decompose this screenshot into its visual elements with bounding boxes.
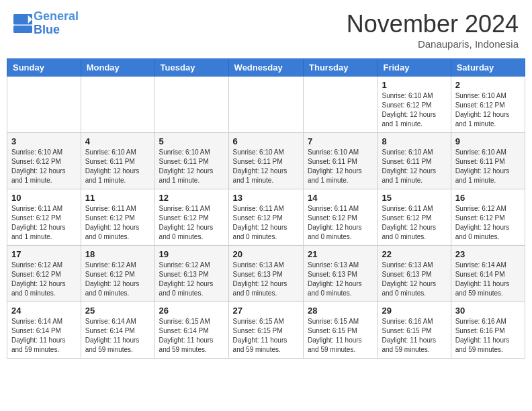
day-number: 24 [11, 306, 77, 316]
calendar-cell [7, 77, 81, 133]
calendar-header: SundayMondayTuesdayWednesdayThursdayFrid… [7, 59, 525, 77]
calendar-cell: 14Sunrise: 6:11 AM Sunset: 6:12 PM Dayli… [304, 189, 378, 246]
day-info: Sunrise: 6:12 AM Sunset: 6:12 PM Dayligh… [11, 261, 77, 298]
calendar-cell: 2Sunrise: 6:10 AM Sunset: 6:12 PM Daylig… [451, 77, 525, 133]
day-number: 6 [233, 136, 299, 146]
calendar-cell: 8Sunrise: 6:10 AM Sunset: 6:11 PM Daylig… [378, 133, 451, 189]
calendar-week-row: 17Sunrise: 6:12 AM Sunset: 6:12 PM Dayli… [7, 246, 525, 302]
calendar-cell: 12Sunrise: 6:11 AM Sunset: 6:12 PM Dayli… [154, 189, 228, 246]
month-year: November 2024 [347, 10, 519, 38]
calendar-cell: 6Sunrise: 6:10 AM Sunset: 6:11 PM Daylig… [228, 133, 303, 189]
calendar-cell: 3Sunrise: 6:10 AM Sunset: 6:12 PM Daylig… [7, 133, 81, 189]
day-number: 4 [85, 136, 150, 146]
day-number: 28 [308, 306, 373, 316]
calendar-cell: 22Sunrise: 6:13 AM Sunset: 6:13 PM Dayli… [378, 246, 451, 302]
calendar-cell: 23Sunrise: 6:14 AM Sunset: 6:14 PM Dayli… [451, 246, 525, 302]
day-info: Sunrise: 6:10 AM Sunset: 6:12 PM Dayligh… [382, 91, 446, 129]
day-info: Sunrise: 6:10 AM Sunset: 6:12 PM Dayligh… [11, 148, 77, 185]
day-info: Sunrise: 6:14 AM Sunset: 6:14 PM Dayligh… [455, 261, 521, 298]
title-area: November 2024 Danauparis, Indonesia [347, 10, 519, 50]
day-info: Sunrise: 6:11 AM Sunset: 6:12 PM Dayligh… [382, 204, 446, 242]
day-number: 11 [85, 193, 150, 203]
day-info: Sunrise: 6:14 AM Sunset: 6:14 PM Dayligh… [85, 317, 150, 355]
day-number: 23 [455, 249, 521, 259]
calendar-cell: 24Sunrise: 6:14 AM Sunset: 6:14 PM Dayli… [7, 302, 81, 359]
day-number: 10 [11, 193, 77, 203]
calendar-cell: 29Sunrise: 6:16 AM Sunset: 6:15 PM Dayli… [378, 302, 451, 359]
calendar-cell: 1Sunrise: 6:10 AM Sunset: 6:12 PM Daylig… [378, 77, 451, 133]
day-number: 29 [382, 306, 446, 316]
header-day: Sunday [7, 59, 81, 77]
day-info: Sunrise: 6:16 AM Sunset: 6:16 PM Dayligh… [455, 317, 521, 355]
calendar-cell: 19Sunrise: 6:12 AM Sunset: 6:13 PM Dayli… [154, 246, 228, 302]
calendar-cell: 28Sunrise: 6:15 AM Sunset: 6:15 PM Dayli… [304, 302, 378, 359]
day-number: 21 [308, 249, 373, 259]
day-info: Sunrise: 6:15 AM Sunset: 6:15 PM Dayligh… [308, 317, 373, 355]
logo: General Blue [13, 10, 79, 37]
day-info: Sunrise: 6:10 AM Sunset: 6:12 PM Dayligh… [455, 91, 521, 129]
calendar-cell [228, 77, 303, 133]
day-info: Sunrise: 6:15 AM Sunset: 6:15 PM Dayligh… [233, 317, 299, 355]
day-info: Sunrise: 6:10 AM Sunset: 6:11 PM Dayligh… [85, 148, 150, 185]
calendar-cell: 27Sunrise: 6:15 AM Sunset: 6:15 PM Dayli… [228, 302, 303, 359]
calendar-cell: 13Sunrise: 6:11 AM Sunset: 6:12 PM Dayli… [228, 189, 303, 246]
svg-rect-1 [13, 26, 32, 33]
calendar-cell [304, 77, 378, 133]
day-info: Sunrise: 6:12 AM Sunset: 6:12 PM Dayligh… [455, 204, 521, 242]
day-number: 14 [308, 193, 373, 203]
day-number: 3 [11, 136, 77, 146]
location: Danauparis, Indonesia [347, 38, 519, 50]
day-info: Sunrise: 6:16 AM Sunset: 6:15 PM Dayligh… [382, 317, 446, 355]
day-number: 7 [308, 136, 373, 146]
day-info: Sunrise: 6:14 AM Sunset: 6:14 PM Dayligh… [11, 317, 77, 355]
day-number: 2 [455, 80, 521, 90]
calendar-cell: 9Sunrise: 6:10 AM Sunset: 6:11 PM Daylig… [451, 133, 525, 189]
day-info: Sunrise: 6:11 AM Sunset: 6:12 PM Dayligh… [233, 204, 299, 242]
day-number: 13 [233, 193, 299, 203]
day-number: 16 [455, 193, 521, 203]
day-info: Sunrise: 6:10 AM Sunset: 6:11 PM Dayligh… [233, 148, 299, 185]
calendar-cell: 25Sunrise: 6:14 AM Sunset: 6:14 PM Dayli… [81, 302, 154, 359]
day-info: Sunrise: 6:13 AM Sunset: 6:13 PM Dayligh… [233, 261, 299, 298]
day-number: 22 [382, 249, 446, 259]
calendar-week-row: 10Sunrise: 6:11 AM Sunset: 6:12 PM Dayli… [7, 189, 525, 246]
calendar-week-row: 1Sunrise: 6:10 AM Sunset: 6:12 PM Daylig… [7, 77, 525, 133]
calendar-cell: 20Sunrise: 6:13 AM Sunset: 6:13 PM Dayli… [228, 246, 303, 302]
day-number: 30 [455, 306, 521, 316]
calendar-cell: 16Sunrise: 6:12 AM Sunset: 6:12 PM Dayli… [451, 189, 525, 246]
calendar-cell: 18Sunrise: 6:12 AM Sunset: 6:12 PM Dayli… [81, 246, 154, 302]
header-day: Wednesday [228, 59, 303, 77]
day-number: 27 [233, 306, 299, 316]
calendar-cell: 30Sunrise: 6:16 AM Sunset: 6:16 PM Dayli… [451, 302, 525, 359]
calendar-body: 1Sunrise: 6:10 AM Sunset: 6:12 PM Daylig… [7, 77, 525, 359]
calendar-week-row: 3Sunrise: 6:10 AM Sunset: 6:12 PM Daylig… [7, 133, 525, 189]
calendar-cell [81, 77, 154, 133]
header-day: Monday [81, 59, 154, 77]
day-number: 18 [85, 249, 150, 259]
logo-icon [13, 14, 32, 33]
day-number: 9 [455, 136, 521, 146]
day-info: Sunrise: 6:13 AM Sunset: 6:13 PM Dayligh… [382, 261, 446, 298]
day-number: 15 [382, 193, 446, 203]
day-number: 5 [159, 136, 224, 146]
day-number: 17 [11, 249, 77, 259]
day-info: Sunrise: 6:11 AM Sunset: 6:12 PM Dayligh… [308, 204, 373, 242]
calendar-cell: 5Sunrise: 6:10 AM Sunset: 6:11 PM Daylig… [154, 133, 228, 189]
day-number: 19 [159, 249, 224, 259]
header-day: Thursday [304, 59, 378, 77]
header-day: Friday [378, 59, 451, 77]
calendar-cell: 26Sunrise: 6:15 AM Sunset: 6:14 PM Dayli… [154, 302, 228, 359]
day-info: Sunrise: 6:10 AM Sunset: 6:11 PM Dayligh… [455, 148, 521, 185]
calendar-cell: 17Sunrise: 6:12 AM Sunset: 6:12 PM Dayli… [7, 246, 81, 302]
calendar-cell: 21Sunrise: 6:13 AM Sunset: 6:13 PM Dayli… [304, 246, 378, 302]
day-info: Sunrise: 6:10 AM Sunset: 6:11 PM Dayligh… [382, 148, 446, 185]
calendar-cell: 15Sunrise: 6:11 AM Sunset: 6:12 PM Dayli… [378, 189, 451, 246]
calendar-cell: 7Sunrise: 6:10 AM Sunset: 6:11 PM Daylig… [304, 133, 378, 189]
calendar-week-row: 24Sunrise: 6:14 AM Sunset: 6:14 PM Dayli… [7, 302, 525, 359]
day-number: 1 [382, 80, 446, 90]
logo-text: General Blue [34, 10, 79, 37]
header-day: Tuesday [154, 59, 228, 77]
day-info: Sunrise: 6:11 AM Sunset: 6:12 PM Dayligh… [85, 204, 150, 242]
day-info: Sunrise: 6:11 AM Sunset: 6:12 PM Dayligh… [159, 204, 224, 242]
day-info: Sunrise: 6:10 AM Sunset: 6:11 PM Dayligh… [308, 148, 373, 185]
